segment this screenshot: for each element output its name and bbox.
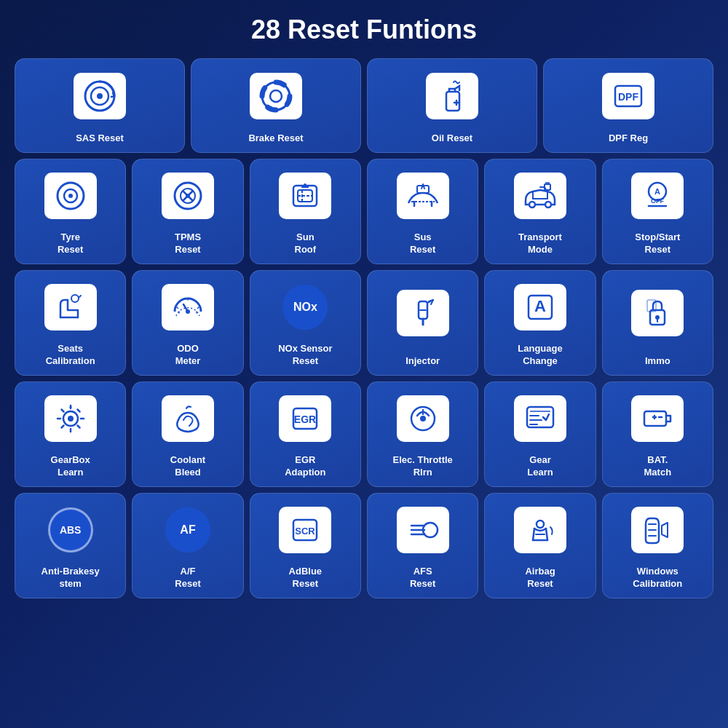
immo-card[interactable]: Immo xyxy=(602,270,713,376)
immo-label: Immo xyxy=(645,355,670,368)
sus-reset-card[interactable]: SusReset xyxy=(367,159,478,264)
gearbox-learn-card[interactable]: GearBoxLearn xyxy=(15,381,126,487)
elec-throttle-card[interactable]: Elec. ThrottleRlrn xyxy=(367,381,478,487)
tyre-icon xyxy=(53,178,88,213)
brake-reset-icon-area xyxy=(196,66,356,125)
adblue-icon: SCR xyxy=(288,513,323,547)
dpf-reg-icon-area: DPF xyxy=(548,66,708,125)
svg-text:A: A xyxy=(534,297,546,315)
svg-point-32 xyxy=(68,416,74,422)
svg-text:DPF: DPF xyxy=(618,91,638,103)
anti-brakesystem-card[interactable]: ABS Anti-Brakesystem xyxy=(15,493,126,598)
svg-point-42 xyxy=(537,521,544,528)
svg-rect-5 xyxy=(446,92,459,111)
page-title: 28 Reset Funtions xyxy=(251,15,477,45)
sus-icon xyxy=(405,178,440,213)
gearbox-icon xyxy=(53,401,88,436)
coolant-icon xyxy=(170,401,205,436)
immo-icon xyxy=(640,296,675,331)
tpms-reset-card[interactable]: TPMSReset xyxy=(132,159,243,264)
afs-reset-card[interactable]: AFSReset xyxy=(367,493,478,598)
abs-icon: ABS xyxy=(48,507,93,553)
svg-point-10 xyxy=(68,194,73,198)
sas-reset-card[interactable]: SAS Reset xyxy=(15,58,185,153)
sus-reset-label: SusReset xyxy=(410,232,435,256)
gearbox-learn-label: GearBoxLearn xyxy=(51,454,90,479)
nox-icon: NOx xyxy=(282,285,328,330)
injector-card[interactable]: Injector xyxy=(367,270,478,376)
tpms-icon xyxy=(170,178,205,213)
brake-icon xyxy=(258,79,293,114)
sun-roof-card[interactable]: SunRoof xyxy=(250,159,361,264)
language-change-label: LanguageChange xyxy=(518,343,562,368)
svg-text:A: A xyxy=(654,187,660,196)
injector-label: Injector xyxy=(405,355,440,368)
svg-rect-16 xyxy=(417,186,429,193)
tyre-reset-card[interactable]: TyreReset xyxy=(15,159,126,264)
svg-text:SCR: SCR xyxy=(296,526,316,537)
transport-mode-label: TransportMode xyxy=(518,232,562,256)
seats-icon xyxy=(53,290,88,325)
airbag-icon xyxy=(523,513,558,547)
nox-sensor-reset-card[interactable]: NOx NOx SensorReset xyxy=(250,270,361,376)
egr-icon: EGR xyxy=(288,401,323,436)
dpf-reg-card[interactable]: DPF DPF Reg xyxy=(543,58,713,153)
oil-reset-card[interactable]: Oil Reset xyxy=(367,58,537,153)
bat-icon xyxy=(640,401,675,436)
sun-roof-label: SunRoof xyxy=(295,232,317,256)
afs-icon xyxy=(405,513,440,547)
nox-sensor-reset-label: NOx SensorReset xyxy=(278,343,332,368)
coolant-bleed-label: CoolantBleed xyxy=(170,454,205,479)
svg-point-23 xyxy=(71,295,79,302)
elec-throttle-label: Elec. ThrottleRlrn xyxy=(392,454,452,479)
brake-reset-card[interactable]: Brake Reset xyxy=(191,58,361,153)
coolant-bleed-card[interactable]: CoolantBleed xyxy=(132,381,243,487)
adblue-reset-card[interactable]: SCR AdBlueReset xyxy=(250,493,361,598)
stop-start-reset-label: Stop/StartReset xyxy=(635,232,680,256)
tyre-reset-label: TyreReset xyxy=(58,232,83,256)
airbag-reset-card[interactable]: AirbagReset xyxy=(484,493,596,598)
sas-reset-icon-area xyxy=(20,66,180,125)
odo-meter-card[interactable]: ODOMeter xyxy=(132,270,243,376)
sas-reset-label: SAS Reset xyxy=(76,132,124,145)
svg-point-2 xyxy=(97,93,103,99)
svg-point-17 xyxy=(529,202,535,207)
transport-icon xyxy=(523,178,558,213)
bat-match-card[interactable]: BAT.Match xyxy=(602,381,713,487)
anti-brakesystem-label: Anti-Brakesystem xyxy=(41,566,100,590)
transport-mode-card[interactable]: TransportMode xyxy=(484,159,596,264)
row-3: SeatsCalibration ODOMeter NOx xyxy=(15,270,713,376)
row-1: SAS Reset Brake Reset xyxy=(15,58,713,153)
gear-learn-label: GearLearn xyxy=(527,454,553,479)
svg-point-36 xyxy=(420,416,426,422)
svg-point-13 xyxy=(186,194,190,198)
adblue-reset-label: AdBlueReset xyxy=(289,566,323,590)
row-5: ABS Anti-Brakesystem AF A/FReset SCR AdB… xyxy=(15,493,713,598)
egr-adaption-label: EGRAdaption xyxy=(285,454,325,479)
egr-adaption-card[interactable]: EGR EGRAdaption xyxy=(250,381,361,487)
af-reset-card[interactable]: AF A/FReset xyxy=(132,493,243,598)
throttle-icon xyxy=(405,401,440,436)
windows-icon xyxy=(640,513,675,547)
svg-point-24 xyxy=(186,309,190,314)
seats-calibration-card[interactable]: SeatsCalibration xyxy=(15,270,126,376)
oil-icon xyxy=(435,79,470,114)
stop-start-reset-card[interactable]: A OFF Stop/StartReset xyxy=(602,159,713,264)
dpf-reg-label: DPF Reg xyxy=(609,132,648,145)
language-change-card[interactable]: A LanguageChange xyxy=(484,270,596,376)
windows-calibration-card[interactable]: WindowsCalibration xyxy=(602,493,713,598)
seats-calibration-label: SeatsCalibration xyxy=(46,343,95,368)
svg-text:OFF: OFF xyxy=(651,197,664,205)
gear-learn-card[interactable]: GearLearn xyxy=(484,381,596,487)
af-reset-label: A/FReset xyxy=(175,566,200,590)
afs-reset-label: AFSReset xyxy=(410,566,435,590)
bat-match-label: BAT.Match xyxy=(644,454,672,479)
svg-point-4 xyxy=(270,90,282,102)
oil-reset-icon-area xyxy=(372,66,532,125)
sas-icon xyxy=(82,79,117,114)
injector-icon xyxy=(405,296,440,331)
af-icon: AF xyxy=(165,507,210,553)
sunroof-icon xyxy=(288,178,323,213)
windows-calibration-label: WindowsCalibration xyxy=(633,566,682,590)
gearlearn-icon xyxy=(523,401,558,436)
